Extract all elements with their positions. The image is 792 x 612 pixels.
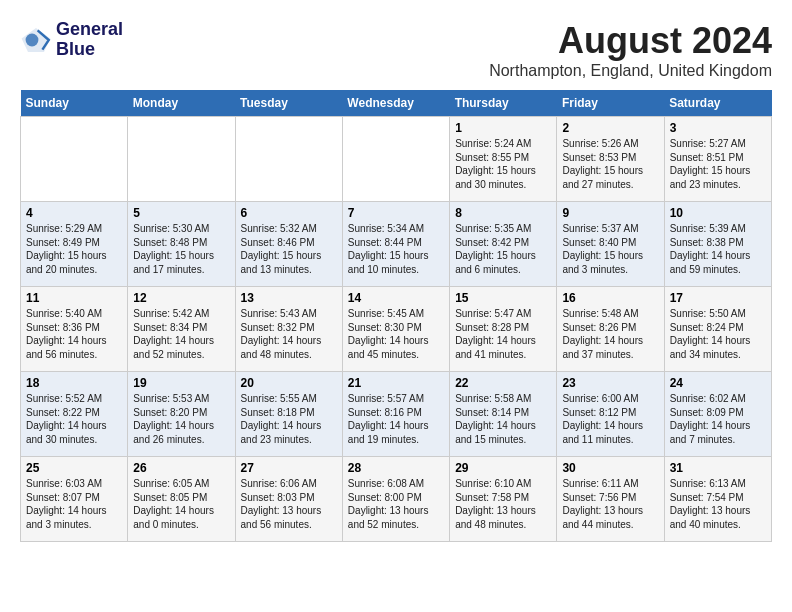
cell-info: Sunrise: 5:57 AM Sunset: 8:16 PM Dayligh…	[348, 392, 444, 446]
page-header: General Blue August 2024 Northampton, En…	[20, 20, 772, 80]
day-number: 15	[455, 291, 551, 305]
header-day-monday: Monday	[128, 90, 235, 117]
week-row-5: 25Sunrise: 6:03 AM Sunset: 8:07 PM Dayli…	[21, 457, 772, 542]
calendar-cell: 1Sunrise: 5:24 AM Sunset: 8:55 PM Daylig…	[450, 117, 557, 202]
calendar-cell: 21Sunrise: 5:57 AM Sunset: 8:16 PM Dayli…	[342, 372, 449, 457]
calendar-cell: 24Sunrise: 6:02 AM Sunset: 8:09 PM Dayli…	[664, 372, 771, 457]
day-number: 2	[562, 121, 658, 135]
calendar-body: 1Sunrise: 5:24 AM Sunset: 8:55 PM Daylig…	[21, 117, 772, 542]
day-number: 28	[348, 461, 444, 475]
cell-info: Sunrise: 6:10 AM Sunset: 7:58 PM Dayligh…	[455, 477, 551, 531]
logo-icon	[20, 24, 52, 56]
calendar-cell: 9Sunrise: 5:37 AM Sunset: 8:40 PM Daylig…	[557, 202, 664, 287]
calendar-cell: 5Sunrise: 5:30 AM Sunset: 8:48 PM Daylig…	[128, 202, 235, 287]
header-day-saturday: Saturday	[664, 90, 771, 117]
day-number: 13	[241, 291, 337, 305]
header-day-sunday: Sunday	[21, 90, 128, 117]
day-number: 8	[455, 206, 551, 220]
week-row-1: 1Sunrise: 5:24 AM Sunset: 8:55 PM Daylig…	[21, 117, 772, 202]
day-number: 30	[562, 461, 658, 475]
day-number: 16	[562, 291, 658, 305]
logo: General Blue	[20, 20, 123, 60]
calendar-cell	[235, 117, 342, 202]
day-number: 6	[241, 206, 337, 220]
calendar-cell: 7Sunrise: 5:34 AM Sunset: 8:44 PM Daylig…	[342, 202, 449, 287]
calendar-cell: 15Sunrise: 5:47 AM Sunset: 8:28 PM Dayli…	[450, 287, 557, 372]
cell-info: Sunrise: 6:11 AM Sunset: 7:56 PM Dayligh…	[562, 477, 658, 531]
day-number: 31	[670, 461, 766, 475]
day-number: 1	[455, 121, 551, 135]
day-number: 17	[670, 291, 766, 305]
cell-info: Sunrise: 5:29 AM Sunset: 8:49 PM Dayligh…	[26, 222, 122, 276]
calendar-cell	[342, 117, 449, 202]
calendar-cell: 14Sunrise: 5:45 AM Sunset: 8:30 PM Dayli…	[342, 287, 449, 372]
month-year: August 2024	[489, 20, 772, 62]
day-number: 9	[562, 206, 658, 220]
calendar-cell: 30Sunrise: 6:11 AM Sunset: 7:56 PM Dayli…	[557, 457, 664, 542]
day-number: 12	[133, 291, 229, 305]
cell-info: Sunrise: 5:43 AM Sunset: 8:32 PM Dayligh…	[241, 307, 337, 361]
calendar-cell: 18Sunrise: 5:52 AM Sunset: 8:22 PM Dayli…	[21, 372, 128, 457]
day-number: 26	[133, 461, 229, 475]
cell-info: Sunrise: 5:50 AM Sunset: 8:24 PM Dayligh…	[670, 307, 766, 361]
calendar-cell: 12Sunrise: 5:42 AM Sunset: 8:34 PM Dayli…	[128, 287, 235, 372]
cell-info: Sunrise: 5:32 AM Sunset: 8:46 PM Dayligh…	[241, 222, 337, 276]
calendar-cell: 3Sunrise: 5:27 AM Sunset: 8:51 PM Daylig…	[664, 117, 771, 202]
cell-info: Sunrise: 5:53 AM Sunset: 8:20 PM Dayligh…	[133, 392, 229, 446]
day-number: 19	[133, 376, 229, 390]
calendar-cell: 27Sunrise: 6:06 AM Sunset: 8:03 PM Dayli…	[235, 457, 342, 542]
calendar-cell: 11Sunrise: 5:40 AM Sunset: 8:36 PM Dayli…	[21, 287, 128, 372]
location: Northampton, England, United Kingdom	[489, 62, 772, 80]
day-number: 25	[26, 461, 122, 475]
header-row: SundayMondayTuesdayWednesdayThursdayFrid…	[21, 90, 772, 117]
cell-info: Sunrise: 5:58 AM Sunset: 8:14 PM Dayligh…	[455, 392, 551, 446]
cell-info: Sunrise: 5:35 AM Sunset: 8:42 PM Dayligh…	[455, 222, 551, 276]
calendar-cell	[21, 117, 128, 202]
day-number: 14	[348, 291, 444, 305]
header-day-friday: Friday	[557, 90, 664, 117]
cell-info: Sunrise: 5:48 AM Sunset: 8:26 PM Dayligh…	[562, 307, 658, 361]
cell-info: Sunrise: 5:45 AM Sunset: 8:30 PM Dayligh…	[348, 307, 444, 361]
cell-info: Sunrise: 5:52 AM Sunset: 8:22 PM Dayligh…	[26, 392, 122, 446]
day-number: 3	[670, 121, 766, 135]
calendar-cell: 26Sunrise: 6:05 AM Sunset: 8:05 PM Dayli…	[128, 457, 235, 542]
logo-text: General Blue	[56, 20, 123, 60]
calendar-cell: 31Sunrise: 6:13 AM Sunset: 7:54 PM Dayli…	[664, 457, 771, 542]
calendar-cell: 16Sunrise: 5:48 AM Sunset: 8:26 PM Dayli…	[557, 287, 664, 372]
day-number: 18	[26, 376, 122, 390]
day-number: 4	[26, 206, 122, 220]
calendar-cell: 17Sunrise: 5:50 AM Sunset: 8:24 PM Dayli…	[664, 287, 771, 372]
title-block: August 2024 Northampton, England, United…	[489, 20, 772, 80]
cell-info: Sunrise: 5:26 AM Sunset: 8:53 PM Dayligh…	[562, 137, 658, 191]
svg-point-2	[26, 33, 39, 46]
cell-info: Sunrise: 5:27 AM Sunset: 8:51 PM Dayligh…	[670, 137, 766, 191]
calendar-cell: 8Sunrise: 5:35 AM Sunset: 8:42 PM Daylig…	[450, 202, 557, 287]
cell-info: Sunrise: 6:06 AM Sunset: 8:03 PM Dayligh…	[241, 477, 337, 531]
calendar-cell: 2Sunrise: 5:26 AM Sunset: 8:53 PM Daylig…	[557, 117, 664, 202]
day-number: 22	[455, 376, 551, 390]
day-number: 10	[670, 206, 766, 220]
cell-info: Sunrise: 5:42 AM Sunset: 8:34 PM Dayligh…	[133, 307, 229, 361]
week-row-2: 4Sunrise: 5:29 AM Sunset: 8:49 PM Daylig…	[21, 202, 772, 287]
cell-info: Sunrise: 6:05 AM Sunset: 8:05 PM Dayligh…	[133, 477, 229, 531]
calendar-cell: 20Sunrise: 5:55 AM Sunset: 8:18 PM Dayli…	[235, 372, 342, 457]
cell-info: Sunrise: 5:55 AM Sunset: 8:18 PM Dayligh…	[241, 392, 337, 446]
day-number: 11	[26, 291, 122, 305]
calendar-header: SundayMondayTuesdayWednesdayThursdayFrid…	[21, 90, 772, 117]
calendar-cell: 29Sunrise: 6:10 AM Sunset: 7:58 PM Dayli…	[450, 457, 557, 542]
week-row-3: 11Sunrise: 5:40 AM Sunset: 8:36 PM Dayli…	[21, 287, 772, 372]
day-number: 7	[348, 206, 444, 220]
cell-info: Sunrise: 6:13 AM Sunset: 7:54 PM Dayligh…	[670, 477, 766, 531]
calendar-table: SundayMondayTuesdayWednesdayThursdayFrid…	[20, 90, 772, 542]
day-number: 21	[348, 376, 444, 390]
header-day-tuesday: Tuesday	[235, 90, 342, 117]
cell-info: Sunrise: 5:34 AM Sunset: 8:44 PM Dayligh…	[348, 222, 444, 276]
calendar-cell: 19Sunrise: 5:53 AM Sunset: 8:20 PM Dayli…	[128, 372, 235, 457]
day-number: 24	[670, 376, 766, 390]
calendar-cell: 13Sunrise: 5:43 AM Sunset: 8:32 PM Dayli…	[235, 287, 342, 372]
calendar-cell: 6Sunrise: 5:32 AM Sunset: 8:46 PM Daylig…	[235, 202, 342, 287]
calendar-cell: 23Sunrise: 6:00 AM Sunset: 8:12 PM Dayli…	[557, 372, 664, 457]
calendar-cell	[128, 117, 235, 202]
calendar-cell: 28Sunrise: 6:08 AM Sunset: 8:00 PM Dayli…	[342, 457, 449, 542]
day-number: 27	[241, 461, 337, 475]
